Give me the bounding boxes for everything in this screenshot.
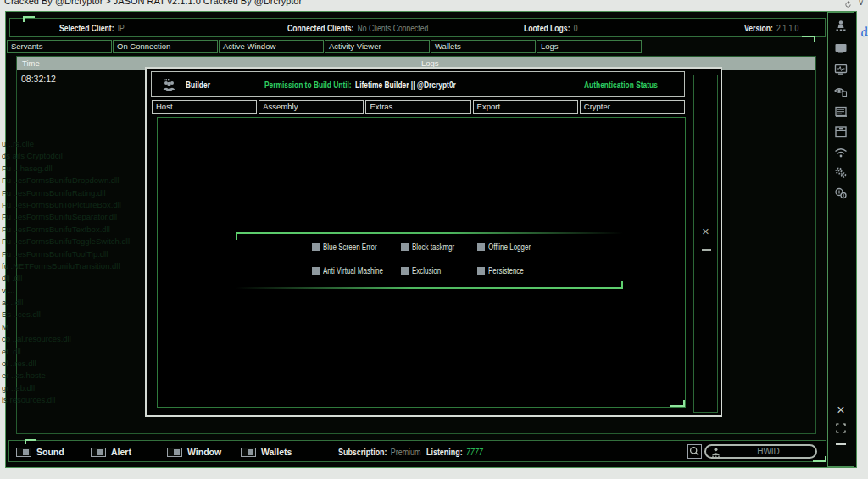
builder-tab-assembly[interactable]: Assembly — [259, 100, 364, 114]
builder-modal-header: Builder Permission to Build Until: Lifet… — [151, 71, 685, 97]
toggle-window[interactable]: Window — [167, 447, 221, 457]
search-button[interactable] — [687, 444, 702, 459]
checkbox-label: Anti Virtual Mashine — [323, 266, 383, 276]
background-log-line: Fu ..esFormsBunToPictureBox.dll — [2, 199, 130, 211]
toggle-sound[interactable]: Sound — [16, 447, 64, 457]
background-log-line: Fu ..esFormsBunifuToolTip.dll — [2, 248, 130, 260]
hwid-placeholder: HWID — [721, 447, 815, 456]
settings-gears-icon[interactable] — [833, 165, 849, 181]
log-row-time[interactable]: 08:32:12 — [21, 74, 56, 84]
panel-top-line — [236, 232, 623, 234]
background-log-line: Fu ..esFormsBunifuDropdown.dll — [2, 175, 130, 187]
builder-tab-host[interactable]: Host — [152, 100, 257, 114]
builder-modal: Builder Permission to Build Until: Lifet… — [145, 67, 722, 417]
checkbox-label: Persistence — [488, 266, 524, 276]
selected-client: Selected Client: IP — [59, 19, 125, 36]
window-close-button[interactable]: × — [828, 404, 854, 417]
connected-clients: Connected Clients: No Clients Connected — [287, 19, 428, 36]
checkbox[interactable] — [401, 243, 409, 251]
hwid-input[interactable]: HWID — [704, 444, 817, 459]
checkbox[interactable] — [401, 267, 409, 275]
background-log-line: ol ..res.dll — [2, 358, 130, 370]
checkbox[interactable] — [477, 267, 485, 275]
selected-client-label: Selected Client: — [59, 23, 114, 33]
background-log-line: a. ..dll — [2, 297, 130, 309]
tab-logs[interactable]: Logs — [537, 40, 642, 53]
checkbox-label: Offline Logger — [488, 242, 531, 252]
builder-option-offline-logger[interactable]: Offline Logger — [477, 242, 542, 252]
builder-option-block-taskmgr[interactable]: Block taskmgr — [401, 242, 465, 252]
presenter-icon[interactable] — [833, 19, 849, 34]
background-log-line: fu .NETFormsBunifuTransition.dll — [2, 260, 130, 272]
builder-icon — [162, 78, 176, 92]
background-log-line: M — [2, 321, 130, 333]
background-log-line: gr ..eb.dll — [2, 382, 130, 394]
background-log-line: u ..rs.clie — [2, 138, 130, 150]
builder-option-exclusion[interactable]: Exclusion — [401, 266, 448, 276]
background-log-line: Fu ..esFormsBunifuTextbox.dll — [2, 224, 130, 236]
checkbox[interactable] — [477, 243, 485, 251]
toggle-knob — [174, 449, 180, 455]
subscription-value: Premium — [391, 447, 421, 457]
checkbox-label: Exclusion — [412, 266, 441, 276]
connected-clients-value: No Clients Connected — [358, 23, 429, 33]
toggle-box[interactable] — [167, 448, 182, 457]
builder-options-panel: Blue Screen ErrorBlock taskmgrOffline Lo… — [236, 232, 623, 289]
checkbox[interactable] — [312, 267, 320, 275]
panel-left-stub — [236, 232, 237, 240]
background-log-line: co ..al.resources.dll — [2, 333, 130, 345]
background-log-line: dlj .dll — [2, 272, 130, 284]
toggle-knob — [248, 449, 253, 455]
wifi-icon[interactable] — [833, 145, 849, 160]
subscription-label: Subscription: — [338, 447, 387, 457]
permission-value: Lifetime Builder || @Drcrypt0r — [355, 80, 456, 90]
toggle-box[interactable] — [241, 448, 256, 457]
notebook-icon[interactable] — [833, 104, 849, 120]
toggle-knob — [23, 449, 29, 455]
window-minimize-button[interactable] — [836, 443, 846, 445]
builder-side-strip: × — [693, 75, 718, 413]
selected-client-value: IP — [118, 23, 125, 33]
checkbox[interactable] — [312, 243, 320, 251]
bottom-bar: Subscription: Premium Listening: 7777 HW… — [8, 440, 826, 462]
tab-on-connection[interactable]: On Connection — [113, 40, 218, 53]
builder-tab-extras[interactable]: Extras — [365, 100, 470, 114]
background-log-line: et .dll — [2, 346, 130, 358]
background-log-line: Es ..ces.dll — [2, 309, 130, 320]
refresh-icon[interactable] — [844, 1, 852, 8]
monitor-icon[interactable] — [833, 41, 849, 56]
toggle-label: Window — [187, 447, 221, 457]
activity-monitor-icon[interactable] — [833, 62, 849, 77]
tab-wallets[interactable]: Wallets — [431, 40, 536, 53]
listening-label: Listening: — [426, 447, 463, 457]
listening-port: 7777 — [466, 447, 483, 457]
coins-icon[interactable] — [833, 186, 849, 201]
connected-clients-label: Connected Clients: — [287, 23, 353, 33]
eye-viewer-icon[interactable] — [833, 84, 849, 99]
tab-servants[interactable]: Servants — [7, 40, 112, 53]
builder-tab-export[interactable]: Export — [473, 100, 578, 114]
builder-close-button[interactable]: × — [694, 225, 717, 237]
authentication-status: Authentication Status — [584, 80, 658, 90]
tab-active-window[interactable]: Active Window — [219, 40, 324, 53]
tab-activity-viewer[interactable]: Activity Viewer — [325, 40, 430, 53]
builder-tab-crypter[interactable]: Crypter — [580, 100, 685, 114]
permission-label: Permission to Build Until: — [264, 80, 352, 90]
builder-minimize-button[interactable] — [702, 249, 711, 251]
archive-box-icon[interactable] — [833, 125, 849, 140]
screen: { "window": { "os_title": "Cracked By @D… — [0, 0, 868, 479]
builder-option-anti-virtual-mashine[interactable]: Anti Virtual Mashine — [312, 266, 398, 276]
builder-option-blue-screen-error[interactable]: Blue Screen Error — [312, 242, 390, 252]
app-window: Selected Client: IP Connected Clients: N… — [5, 11, 857, 468]
chevron-down-icon[interactable]: ∨ — [858, 0, 864, 7]
background-log-line: ds ails Cryptodcil — [2, 150, 130, 162]
toggle-box[interactable] — [91, 448, 106, 457]
checkbox-label: Blue Screen Error — [323, 242, 377, 252]
toggle-label: Wallets — [261, 447, 292, 457]
builder-option-persistence[interactable]: Persistence — [477, 266, 532, 276]
window-restore-button[interactable] — [836, 423, 846, 433]
background-log-line: Fu ..esFormsBunifuToggleSwitch.dll — [2, 236, 130, 248]
toggle-wallets[interactable]: Wallets — [241, 447, 292, 457]
toggle-box[interactable] — [16, 448, 31, 457]
toggle-alert[interactable]: Alert — [91, 447, 131, 457]
